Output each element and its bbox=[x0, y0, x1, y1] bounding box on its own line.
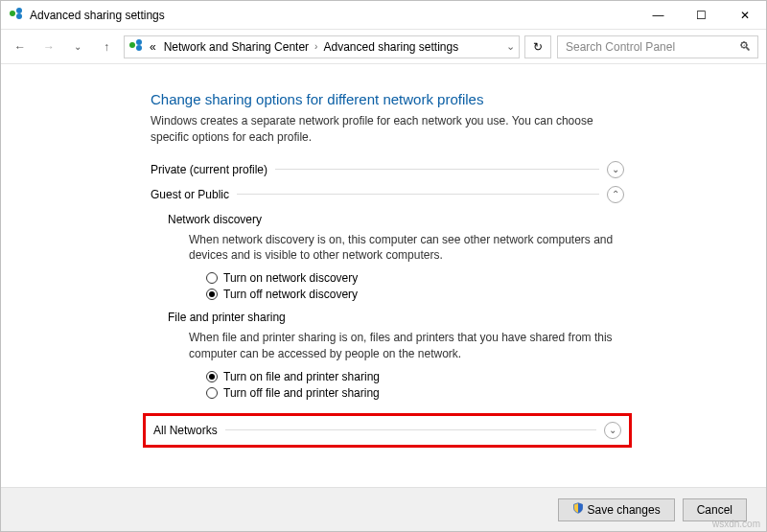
svg-point-0 bbox=[10, 11, 15, 16]
refresh-button[interactable]: ↻ bbox=[524, 35, 551, 58]
svg-point-5 bbox=[136, 45, 142, 51]
page-title: Change sharing options for different net… bbox=[151, 91, 624, 107]
footer: Save changes Cancel bbox=[1, 487, 766, 531]
section-label: Private (current profile) bbox=[151, 163, 267, 176]
section-label: All Networks bbox=[153, 424, 218, 437]
network-discovery-group: Network discovery When network discovery… bbox=[168, 213, 624, 302]
breadcrumb-item[interactable]: Advanced sharing settings bbox=[321, 38, 460, 56]
subheading-file-sharing: File and printer sharing bbox=[168, 311, 624, 324]
svg-point-3 bbox=[129, 42, 135, 48]
divider bbox=[237, 194, 599, 195]
chevron-down-icon[interactable]: ⌄ bbox=[604, 422, 621, 439]
titlebar: Advanced sharing settings — ☐ ✕ bbox=[1, 1, 766, 30]
divider bbox=[275, 169, 599, 170]
chevron-right-icon: › bbox=[314, 41, 317, 52]
page-subtitle: Windows creates a separate network profi… bbox=[151, 113, 624, 146]
radio-file-sharing-off[interactable]: Turn off file and printer sharing bbox=[206, 386, 624, 400]
radio-icon bbox=[206, 371, 218, 382]
section-all-networks[interactable]: All Networks ⌄ bbox=[153, 422, 621, 439]
section-private[interactable]: Private (current profile) ⌄ bbox=[151, 161, 624, 178]
file-sharing-group: File and printer sharing When file and p… bbox=[168, 311, 624, 400]
search-icon[interactable]: 🔍︎ bbox=[739, 39, 752, 54]
back-button[interactable]: ← bbox=[9, 35, 32, 58]
section-guest[interactable]: Guest or Public ⌃ bbox=[151, 186, 624, 203]
button-label: Cancel bbox=[697, 503, 732, 517]
close-button[interactable]: ✕ bbox=[723, 1, 766, 29]
chevron-up-icon[interactable]: ⌃ bbox=[607, 186, 624, 203]
breadcrumb-item[interactable]: Network and Sharing Center bbox=[162, 38, 311, 56]
recent-locations-button[interactable]: ⌄ bbox=[66, 35, 89, 58]
radio-icon bbox=[206, 387, 218, 399]
radio-label: Turn on network discovery bbox=[223, 271, 358, 285]
window-title: Advanced sharing settings bbox=[30, 9, 165, 22]
radio-network-discovery-on[interactable]: Turn on network discovery bbox=[206, 271, 624, 285]
radio-label: Turn on file and printer sharing bbox=[223, 370, 380, 383]
forward-button[interactable]: → bbox=[37, 35, 60, 58]
up-button[interactable]: ↑ bbox=[95, 35, 118, 58]
radio-file-sharing-on[interactable]: Turn on file and printer sharing bbox=[206, 370, 624, 383]
breadcrumb-root[interactable]: « bbox=[148, 38, 158, 56]
highlight-all-networks: All Networks ⌄ bbox=[143, 413, 632, 448]
location-icon bbox=[128, 37, 144, 56]
shield-icon bbox=[572, 502, 584, 517]
svg-point-1 bbox=[16, 8, 22, 13]
search-box[interactable]: 🔍︎ bbox=[557, 35, 758, 58]
radio-label: Turn off file and printer sharing bbox=[223, 386, 380, 400]
content-area: Change sharing options for different net… bbox=[1, 64, 766, 488]
navbar: ← → ⌄ ↑ « Network and Sharing Center › A… bbox=[1, 30, 766, 64]
address-dropdown-icon[interactable]: ⌄ bbox=[506, 40, 515, 53]
svg-point-2 bbox=[16, 13, 22, 19]
chevron-down-icon[interactable]: ⌄ bbox=[607, 161, 624, 178]
radio-label: Turn off network discovery bbox=[223, 288, 358, 301]
radio-icon bbox=[206, 289, 218, 300]
description-text: When file and printer sharing is on, fil… bbox=[189, 330, 624, 362]
save-button[interactable]: Save changes bbox=[558, 498, 675, 521]
radio-network-discovery-off[interactable]: Turn off network discovery bbox=[206, 288, 624, 301]
app-icon bbox=[9, 6, 24, 24]
address-bar[interactable]: « Network and Sharing Center › Advanced … bbox=[124, 35, 520, 58]
divider bbox=[225, 429, 596, 430]
maximize-button[interactable]: ☐ bbox=[680, 1, 723, 29]
svg-point-4 bbox=[136, 39, 142, 45]
radio-icon bbox=[206, 272, 218, 284]
cancel-button[interactable]: Cancel bbox=[683, 498, 747, 521]
description-text: When network discovery is on, this compu… bbox=[189, 232, 624, 265]
subheading-network-discovery: Network discovery bbox=[168, 213, 624, 226]
watermark: wsxdn.com bbox=[712, 519, 760, 529]
section-label: Guest or Public bbox=[151, 188, 229, 201]
minimize-button[interactable]: — bbox=[637, 1, 680, 29]
button-label: Save changes bbox=[588, 503, 661, 517]
search-input[interactable] bbox=[564, 39, 739, 55]
